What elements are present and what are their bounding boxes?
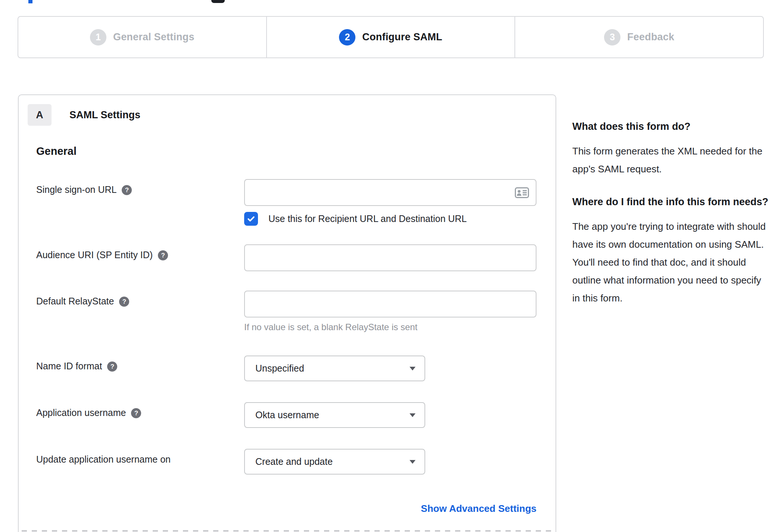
help-icon[interactable]: ? <box>158 250 168 260</box>
app-username-value: Okta username <box>255 410 319 420</box>
help-icon[interactable]: ? <box>107 362 117 372</box>
step-number-badge: 1 <box>90 29 106 46</box>
saml-settings-panel: A SAML Settings General Single sign-on U… <box>18 94 556 532</box>
sidebar-answer-1: This form generates the XML needed for t… <box>572 142 770 178</box>
update-username-label: Update application username on <box>36 449 244 465</box>
field-row-appusername: Application username ? Okta username <box>36 402 535 428</box>
audience-uri-label-text: Audience URI (SP Entity ID) <box>36 250 153 260</box>
sidebar-answer-2: The app you're trying to integrate with … <box>572 218 770 307</box>
relaystate-helper-text: If no value is set, a blank RelayState i… <box>244 322 536 332</box>
field-row-nameid: Name ID format ? Unspecified <box>36 356 535 381</box>
audience-uri-label: Audience URI (SP Entity ID) ? <box>36 244 244 260</box>
app-username-label-text: Application username <box>36 407 126 418</box>
clipped-logo-fragment <box>211 0 225 3</box>
autofill-contact-card-icon[interactable] <box>515 187 529 198</box>
chevron-down-icon <box>410 460 416 464</box>
relaystate-label: Default RelayState ? <box>36 291 244 307</box>
section-title: SAML Settings <box>69 109 140 121</box>
general-group-title: General <box>36 145 556 157</box>
step-general-settings[interactable]: 1 General Settings <box>18 17 266 57</box>
help-icon[interactable]: ? <box>119 297 129 307</box>
dashed-section-divider <box>22 530 553 532</box>
recipient-url-checkbox[interactable] <box>244 212 258 226</box>
app-username-label: Application username ? <box>36 402 244 418</box>
relaystate-label-text: Default RelayState <box>36 296 114 307</box>
sso-url-input[interactable] <box>244 179 536 206</box>
wizard-stepper: 1 General Settings 2 Configure SAML 3 Fe… <box>18 16 764 58</box>
step-feedback[interactable]: 3 Feedback <box>514 17 763 57</box>
nameid-format-select[interactable]: Unspecified <box>244 356 425 381</box>
step-label: General Settings <box>113 31 195 43</box>
help-icon[interactable]: ? <box>122 185 132 195</box>
step-configure-saml[interactable]: 2 Configure SAML <box>266 17 515 57</box>
clipped-blue-fragment <box>28 0 32 3</box>
nameid-format-value: Unspecified <box>255 363 304 374</box>
sso-url-label: Single sign-on URL ? <box>36 179 244 195</box>
sidebar-question-2: Where do I find the info this form needs… <box>572 194 770 210</box>
nameid-format-label: Name ID format ? <box>36 356 244 372</box>
section-a-badge: A <box>28 104 52 126</box>
help-sidebar: What does this form do? This form genera… <box>572 118 770 307</box>
update-username-value: Create and update <box>255 456 333 467</box>
show-advanced-settings-link[interactable]: Show Advanced Settings <box>421 503 536 514</box>
field-row-sso: Single sign-on URL ? <box>36 179 535 226</box>
step-label: Configure SAML <box>362 31 442 43</box>
field-row-audience: Audience URI (SP Entity ID) ? <box>36 244 535 271</box>
relaystate-input[interactable] <box>244 291 536 317</box>
step-number-badge: 2 <box>339 29 355 46</box>
field-row-relaystate: Default RelayState ? If no value is set,… <box>36 291 535 332</box>
audience-uri-input[interactable] <box>244 244 536 271</box>
recipient-url-checkbox-label: Use this for Recipient URL and Destinati… <box>268 213 467 224</box>
step-number-badge: 3 <box>604 29 620 46</box>
nameid-format-label-text: Name ID format <box>36 361 102 372</box>
sidebar-question-1: What does this form do? <box>572 118 770 135</box>
field-row-update-username: Update application username on Create an… <box>36 449 535 475</box>
chevron-down-icon <box>410 367 416 370</box>
step-label: Feedback <box>627 31 674 43</box>
chevron-down-icon <box>410 413 416 417</box>
help-icon[interactable]: ? <box>131 408 141 418</box>
update-username-label-text: Update application username on <box>36 454 171 465</box>
app-username-select[interactable]: Okta username <box>244 402 425 428</box>
update-username-select[interactable]: Create and update <box>244 449 425 475</box>
sso-url-label-text: Single sign-on URL <box>36 184 116 195</box>
